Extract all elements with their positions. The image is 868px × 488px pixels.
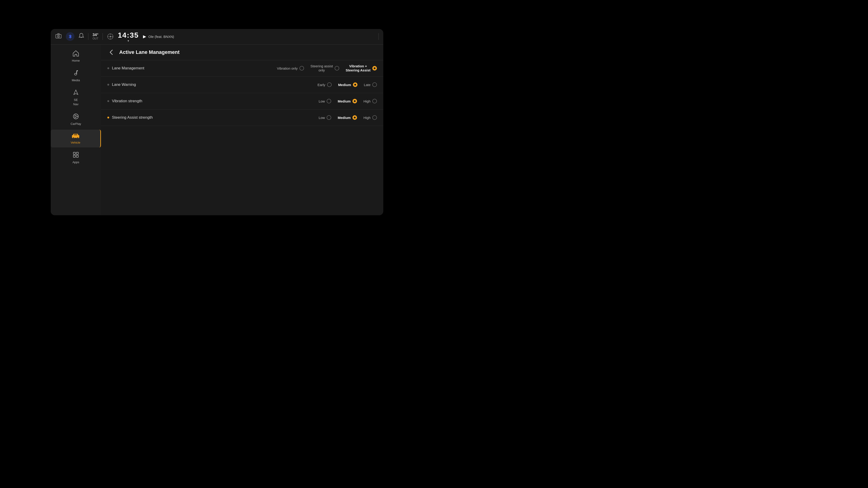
time-display: 14:35 ▼: [118, 31, 139, 42]
svg-point-13: [73, 137, 74, 138]
svg-rect-18: [73, 155, 75, 157]
svg-rect-17: [76, 152, 79, 154]
svg-point-14: [77, 137, 79, 138]
option-high-steer[interactable]: High: [364, 115, 377, 120]
svg-rect-19: [76, 155, 79, 157]
sidebar-item-home[interactable]: Home: [51, 47, 101, 66]
radio-vibration-only[interactable]: [300, 66, 304, 70]
option-steering-assist-only[interactable]: Steering assistonly: [310, 64, 339, 72]
svg-marker-11: [75, 115, 78, 118]
row-indicator-2: [107, 84, 109, 86]
apps-icon: [73, 152, 79, 160]
page-header: Active Lane Management: [101, 44, 383, 60]
back-button[interactable]: [107, 48, 116, 56]
lane-warning-options: Early Medium Late: [317, 83, 377, 87]
option-medium-steer[interactable]: Medium: [338, 115, 357, 120]
svg-text:GPS: GPS: [110, 36, 113, 38]
option-low-steer[interactable]: Low: [319, 115, 332, 120]
camera-icon[interactable]: [55, 33, 62, 40]
option-late[interactable]: Late: [364, 83, 377, 87]
radio-low-steer[interactable]: [327, 115, 331, 120]
home-icon: [72, 50, 79, 58]
settings-list: Lane Management Vibration only Steering …: [101, 60, 383, 215]
steering-strength-options: Low Medium High: [319, 115, 377, 120]
table-row: Lane Warning Early Medium Late: [101, 77, 383, 93]
row-indicator: [107, 67, 109, 69]
sidebar-item-nav[interactable]: SE Nav: [51, 86, 101, 109]
table-row: Lane Management Vibration only Steering …: [101, 60, 383, 77]
radio-medium-warning[interactable]: [353, 83, 358, 87]
radio-steering-assist-only[interactable]: [335, 66, 339, 70]
row-indicator-3: [107, 100, 109, 102]
radio-high-steer[interactable]: [372, 115, 377, 120]
radio-low-vib[interactable]: [327, 99, 331, 103]
play-icon: ▶: [143, 34, 146, 39]
lane-management-options: Vibration only Steering assistonly Vibra…: [277, 64, 377, 72]
carplay-icon: [73, 113, 79, 121]
page-content: Active Lane Management Lane Management V…: [101, 44, 383, 215]
bell-icon[interactable]: [79, 33, 84, 40]
nav-icon: [73, 89, 79, 97]
radio-medium-vib[interactable]: [352, 99, 357, 103]
temperature: 34° OUT: [93, 33, 98, 40]
main-content: Home Media SE Nav: [51, 44, 383, 215]
row-indicator-4: [107, 117, 109, 119]
radio-early[interactable]: [327, 83, 332, 87]
svg-point-2: [58, 36, 59, 37]
svg-rect-16: [73, 152, 75, 154]
svg-rect-15: [74, 134, 77, 135]
radio-late[interactable]: [372, 83, 377, 87]
gps-icon: GPS: [107, 33, 114, 40]
table-row: Vibration strength Low Medium High: [101, 93, 383, 109]
vibration-strength-options: Low Medium High: [319, 99, 377, 103]
sidebar: Home Media SE Nav: [51, 44, 101, 215]
bluetooth-icon[interactable]: [66, 32, 74, 41]
radio-medium-steer[interactable]: [352, 115, 357, 120]
music-icon: [73, 70, 79, 77]
screen: 34° OUT GPS 14:35 ▼ ▶ Ole (feat. BNXN): [51, 29, 383, 215]
page-title: Active Lane Management: [119, 49, 180, 55]
radio-vibration-steering[interactable]: [372, 66, 377, 70]
sidebar-item-apps[interactable]: Apps: [51, 149, 101, 167]
option-early[interactable]: Early: [317, 83, 332, 87]
option-vibration-steering[interactable]: Vibration +Steering Assist: [346, 64, 377, 72]
sidebar-item-media[interactable]: Media: [51, 66, 101, 85]
music-info: ▶ Ole (feat. BNXN): [143, 34, 174, 39]
divider-2: [102, 33, 103, 40]
divider-3: [378, 33, 379, 40]
option-high-vib[interactable]: High: [364, 99, 377, 103]
vehicle-icon: [71, 133, 80, 140]
table-row: Steering Assist strength Low Medium High: [101, 109, 383, 126]
radio-high-vib[interactable]: [372, 99, 377, 103]
option-medium-vib[interactable]: Medium: [338, 99, 357, 103]
option-vibration-only[interactable]: Vibration only: [277, 66, 304, 70]
header: 34° OUT GPS 14:35 ▼ ▶ Ole (feat. BNXN): [51, 29, 383, 44]
option-medium-warning[interactable]: Medium: [338, 83, 358, 87]
sidebar-item-carplay[interactable]: CarPlay: [51, 110, 101, 129]
sidebar-item-vehicle[interactable]: Vehicle: [51, 130, 101, 148]
option-low-vib[interactable]: Low: [319, 99, 332, 103]
